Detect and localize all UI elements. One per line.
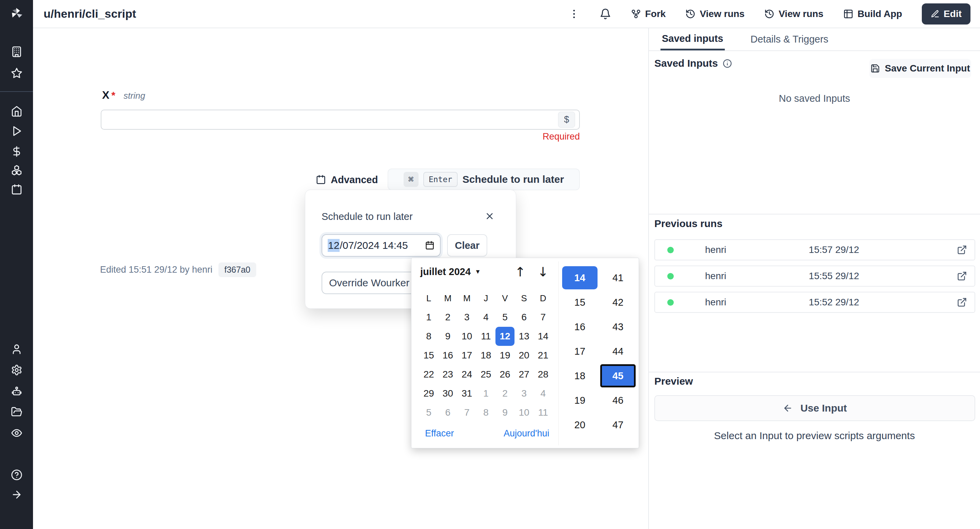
calendar-day[interactable]: 11 (476, 327, 495, 346)
sidebar-item-folder-open-icon[interactable] (11, 406, 22, 418)
sidebar-item-calendar-icon[interactable] (11, 184, 22, 195)
hour-option[interactable]: 20 (562, 413, 598, 437)
hour-option[interactable]: 15 (562, 291, 598, 314)
use-input-button[interactable]: Use Input (654, 395, 975, 421)
minute-option-selected[interactable]: 45 (600, 364, 636, 387)
close-icon[interactable] (485, 211, 495, 221)
calendar-day[interactable]: 20 (514, 346, 533, 365)
calendar-day[interactable]: 21 (533, 346, 553, 365)
calendar-day[interactable]: 27 (514, 365, 533, 384)
sidebar-item-help-circle-icon[interactable] (11, 469, 22, 481)
calendar-day[interactable]: 19 (495, 346, 514, 365)
next-month-arrow-icon[interactable]: ↓ (536, 263, 550, 281)
hour-option[interactable]: 19 (562, 389, 598, 412)
version-hash-badge[interactable]: f367a0 (218, 263, 256, 277)
save-current-input-button[interactable]: Save Current Input (869, 59, 971, 78)
calendar-day[interactable]: 8 (419, 327, 438, 346)
calendar-day[interactable]: 5 (419, 403, 438, 422)
calendar-day[interactable]: 5 (495, 308, 514, 327)
sidebar-item-arrow-right-icon[interactable] (11, 489, 22, 500)
sidebar-item-play-icon[interactable] (11, 125, 22, 137)
calendar-day[interactable]: 23 (438, 365, 457, 384)
calendar-day[interactable]: 7 (533, 308, 553, 327)
calendar-day[interactable]: 8 (476, 403, 495, 422)
calendar-day[interactable]: 28 (533, 365, 553, 384)
topbar-action-view-runs[interactable]: View runs (764, 8, 824, 19)
calendar-day[interactable]: 10 (457, 327, 476, 346)
calendar-day[interactable]: 25 (476, 365, 495, 384)
advanced-button[interactable]: Advanced (316, 171, 378, 188)
calendar-day[interactable]: 10 (514, 403, 533, 422)
sidebar-item-dollar-sign-icon[interactable] (11, 146, 22, 157)
sidebar-item-eye-icon[interactable] (11, 427, 22, 439)
sidebar-item-boxes-icon[interactable] (11, 164, 22, 176)
external-link-icon[interactable] (957, 245, 967, 255)
topbar-action-build-app[interactable]: Build App (843, 8, 902, 19)
minute-option[interactable]: 42 (600, 291, 636, 314)
calendar-picker-icon[interactable] (425, 241, 434, 250)
picker-today-link[interactable]: Aujourd'hui (504, 428, 549, 439)
datetime-input[interactable]: 12/07/2024 14:45 (321, 234, 441, 257)
previous-run-row[interactable]: henri15:52 29/12 (654, 292, 975, 313)
hour-option[interactable]: 17 (562, 340, 598, 363)
topbar-action-fork[interactable]: Fork (631, 8, 666, 19)
calendar-day[interactable]: 18 (476, 346, 495, 365)
clear-button[interactable]: Clear (447, 234, 487, 257)
calendar-day-selected[interactable]: 12 (495, 327, 514, 346)
calendar-day[interactable]: 2 (495, 384, 514, 403)
tab-saved-inputs[interactable]: Saved inputs (660, 28, 725, 50)
minute-option[interactable]: 46 (600, 389, 636, 412)
sidebar-item-home-icon[interactable] (11, 105, 22, 117)
calendar-day[interactable]: 4 (533, 384, 553, 403)
calendar-day[interactable]: 1 (419, 308, 438, 327)
calendar-day[interactable]: 9 (438, 327, 457, 346)
calendar-day[interactable]: 3 (514, 384, 533, 403)
sidebar-item-user-icon[interactable] (11, 344, 22, 355)
notifications-bell-icon[interactable] (600, 8, 611, 20)
calendar-day[interactable]: 1 (476, 384, 495, 403)
tab-details-triggers[interactable]: Details & Triggers (749, 28, 830, 50)
calendar-day[interactable]: 4 (476, 308, 495, 327)
previous-run-row[interactable]: henri15:55 29/12 (654, 266, 975, 287)
edit-button[interactable]: Edit (922, 3, 970, 24)
minute-option[interactable]: 41 (600, 266, 636, 289)
calendar-day[interactable]: 11 (533, 403, 553, 422)
topbar-action-view-runs[interactable]: View runs (685, 8, 745, 19)
minute-option[interactable]: 44 (600, 340, 636, 363)
external-link-icon[interactable] (957, 297, 967, 308)
sidebar-item-star-icon[interactable] (11, 67, 22, 79)
schedule-to-run-later-button[interactable]: ⌘ Enter Schedule to run later (388, 169, 580, 190)
calendar-day[interactable]: 3 (457, 308, 476, 327)
calendar-day[interactable]: 15 (419, 346, 438, 365)
calendar-day[interactable]: 31 (457, 384, 476, 403)
x-string-input[interactable] (101, 110, 580, 130)
minute-option[interactable]: 47 (600, 413, 636, 437)
calendar-day[interactable]: 2 (438, 308, 457, 327)
calendar-day[interactable]: 13 (514, 327, 533, 346)
month-dropdown[interactable]: juillet 2024 ▼ (420, 266, 481, 277)
minute-option[interactable]: 43 (600, 315, 636, 338)
windmill-logo-icon[interactable] (9, 6, 24, 21)
sidebar-item-settings-icon[interactable] (11, 364, 22, 376)
sidebar-item-bot-icon[interactable] (11, 386, 22, 397)
hour-option[interactable]: 18 (562, 364, 598, 387)
calendar-day[interactable]: 22 (419, 365, 438, 384)
picker-clear-link[interactable]: Effacer (425, 428, 454, 439)
hour-option[interactable]: 16 (562, 315, 598, 338)
calendar-day[interactable]: 14 (533, 327, 553, 346)
calendar-day[interactable]: 6 (438, 403, 457, 422)
external-link-icon[interactable] (957, 271, 967, 281)
calendar-day[interactable]: 16 (438, 346, 457, 365)
calendar-day[interactable]: 7 (457, 403, 476, 422)
kebab-menu-icon[interactable] (568, 8, 580, 20)
calendar-day[interactable]: 29 (419, 384, 438, 403)
calendar-day[interactable]: 30 (438, 384, 457, 403)
info-icon[interactable] (723, 59, 732, 68)
previous-month-arrow-icon[interactable]: ↑ (513, 263, 528, 281)
calendar-day[interactable]: 24 (457, 365, 476, 384)
calendar-day[interactable]: 6 (514, 308, 533, 327)
dollar-toggle-button[interactable]: $ (558, 112, 575, 127)
hour-option-selected[interactable]: 14 (562, 266, 598, 289)
calendar-day[interactable]: 17 (457, 346, 476, 365)
calendar-day[interactable]: 26 (495, 365, 514, 384)
